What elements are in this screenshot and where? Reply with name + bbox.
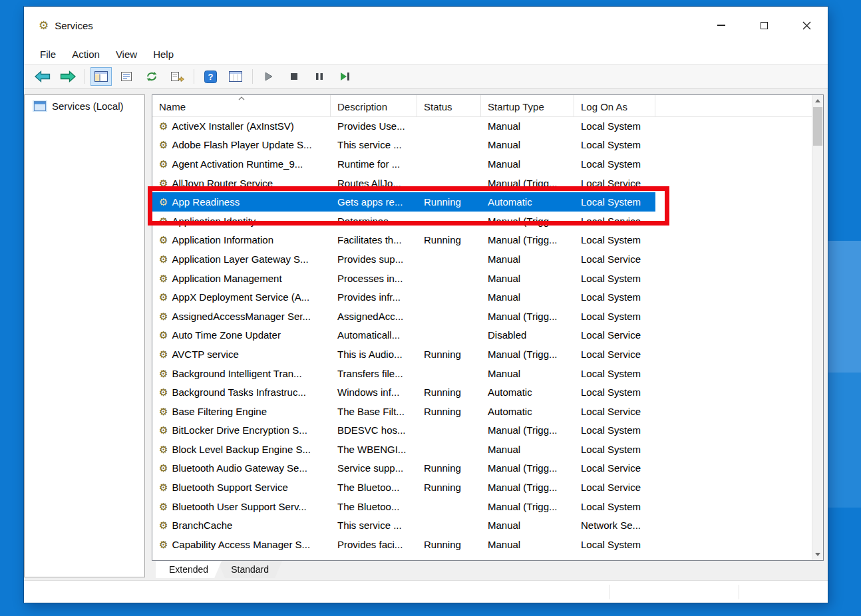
service-row[interactable]: ⚙ Application Management Processes in...… [152, 269, 823, 288]
service-name: Application Layer Gateway S... [172, 253, 308, 265]
service-row[interactable]: ⚙ ActiveX Installer (AxInstSV) Provides … [152, 116, 823, 136]
service-gear-icon: ⚙ [159, 216, 168, 226]
help-button[interactable]: ? [200, 67, 221, 86]
title-bar[interactable]: ⚙ Services [24, 7, 828, 44]
desktop-accent-shape [826, 373, 861, 508]
service-log-on-as: Local System [574, 383, 655, 402]
service-name: Bluetooth User Support Serv... [172, 501, 306, 512]
window-title: Services [55, 20, 93, 31]
start-service-button[interactable] [258, 67, 279, 86]
column-header-name[interactable]: Name [152, 95, 331, 116]
service-row[interactable]: ⚙ AllJoyn Router Service Routes AllJo...… [152, 174, 823, 193]
menu-action[interactable]: Action [64, 49, 108, 60]
back-button[interactable] [32, 67, 53, 86]
service-gear-icon: ⚙ [159, 425, 168, 435]
standard-view-button[interactable] [225, 67, 246, 86]
service-status [417, 269, 481, 288]
row-filler [655, 459, 823, 478]
menu-view[interactable]: View [108, 49, 145, 60]
service-description: Provides infr... [331, 287, 417, 307]
service-log-on-as: Local System [574, 136, 655, 155]
service-log-on-as: Local Service [574, 249, 655, 269]
service-description: The WBENGI... [331, 440, 417, 459]
row-filler [655, 136, 823, 155]
row-filler [655, 383, 823, 402]
service-log-on-as: Local System [574, 421, 655, 440]
service-gear-icon: ⚙ [159, 406, 168, 416]
tab-standard[interactable]: Standard [218, 561, 282, 578]
service-description: Runtime for ... [331, 154, 417, 174]
menu-help[interactable]: Help [145, 49, 182, 60]
service-name: Application Identity [172, 216, 256, 227]
service-status: Running [417, 192, 481, 212]
column-header-description[interactable]: Description [331, 95, 417, 116]
service-row[interactable]: ⚙ Capability Access Manager S... Provide… [152, 535, 823, 554]
close-button[interactable] [785, 7, 828, 44]
service-gear-icon: ⚙ [159, 444, 168, 454]
forward-icon [60, 71, 76, 82]
stop-service-button[interactable] [283, 67, 305, 86]
service-log-on-as: Local Service [574, 326, 655, 345]
service-row[interactable]: ⚙ Bluetooth Audio Gateway Se... Service … [152, 459, 823, 478]
service-log-on-as: Local System [574, 231, 655, 250]
scroll-up-button[interactable] [812, 95, 823, 106]
service-row[interactable]: ⚙ Application Layer Gateway S... Provide… [152, 249, 823, 269]
service-log-on-as: Local System [574, 116, 655, 136]
service-row[interactable]: ⚙ Application Identity Determines ... Ma… [152, 212, 823, 231]
service-row[interactable]: ⚙ Application Information Facilitates th… [152, 231, 823, 250]
row-filler [655, 516, 823, 535]
service-log-on-as: Local System [574, 307, 655, 326]
service-row[interactable]: ⚙ Auto Time Zone Updater Automaticall...… [152, 326, 823, 345]
service-row[interactable]: ⚙ AssignedAccessManager Ser... AssignedA… [152, 307, 823, 326]
tab-extended[interactable]: Extended [156, 561, 222, 578]
service-row[interactable]: ⚙ AVCTP service This is Audio... Running… [152, 345, 823, 364]
restart-service-button[interactable] [334, 67, 355, 86]
properties-button[interactable] [116, 67, 137, 86]
properties-icon [120, 71, 132, 82]
row-filler [655, 212, 823, 231]
start-service-icon [265, 72, 273, 81]
service-name: Bluetooth Support Service [172, 482, 287, 493]
service-name: BitLocker Drive Encryption S... [172, 424, 307, 436]
service-row[interactable]: ⚙ Adobe Flash Player Update S... This se… [152, 136, 823, 155]
column-header-log-on-as[interactable]: Log On As [574, 95, 655, 116]
close-icon [802, 21, 811, 30]
scroll-up-icon [815, 99, 820, 102]
service-gear-icon: ⚙ [159, 235, 168, 245]
service-row[interactable]: ⚙ Bluetooth Support Service The Bluetoo.… [152, 478, 823, 497]
service-row[interactable]: ⚙ Bluetooth User Support Serv... The Blu… [152, 497, 823, 516]
row-filler [655, 192, 823, 212]
row-filler [655, 154, 823, 174]
menu-file[interactable]: File [32, 49, 64, 60]
service-startup-type: Manual (Trigg... [481, 478, 574, 497]
service-gear-icon: ⚙ [159, 197, 168, 207]
service-row[interactable]: ⚙ Background Tasks Infrastruc... Windows… [152, 383, 823, 402]
pause-service-button[interactable] [309, 67, 330, 86]
service-status: Running [417, 535, 481, 554]
refresh-button[interactable] [141, 67, 162, 86]
sidebar-item-services-local[interactable]: Services (Local) [25, 95, 144, 112]
service-row[interactable]: ⚙ BitLocker Drive Encryption S... BDESVC… [152, 421, 823, 440]
service-status: Running [417, 402, 481, 421]
service-row[interactable]: ⚙ Block Level Backup Engine S... The WBE… [152, 440, 823, 459]
row-filler [655, 497, 823, 516]
service-row[interactable]: ⚙ BranchCache This service ... Manual Ne… [152, 516, 823, 535]
service-row[interactable]: ⚙ Base Filtering Engine The Base Filt...… [152, 402, 823, 421]
row-filler [655, 249, 823, 269]
export-list-button[interactable] [166, 67, 188, 86]
service-name: Application Management [172, 273, 281, 284]
service-row[interactable]: ⚙ AppX Deployment Service (A... Provides… [152, 287, 823, 307]
forward-button[interactable] [57, 67, 79, 86]
service-description: Determines ... [331, 212, 417, 231]
minimize-button[interactable] [700, 7, 743, 44]
service-startup-type: Manual (Trigg... [481, 231, 574, 250]
service-status [417, 174, 481, 193]
service-row[interactable]: ⚙ App Readiness Gets apps re... Running … [152, 192, 823, 212]
show-hide-console-tree-button[interactable] [90, 67, 112, 86]
maximize-button[interactable] [743, 7, 785, 44]
service-row[interactable]: ⚙ Background Intelligent Tran... Transfe… [152, 364, 823, 383]
service-log-on-as: Local System [574, 440, 655, 459]
column-header-status[interactable]: Status [417, 95, 481, 116]
column-header-startup-type[interactable]: Startup Type [481, 95, 574, 116]
service-row[interactable]: ⚙ Agent Activation Runtime_9... Runtime … [152, 154, 823, 174]
